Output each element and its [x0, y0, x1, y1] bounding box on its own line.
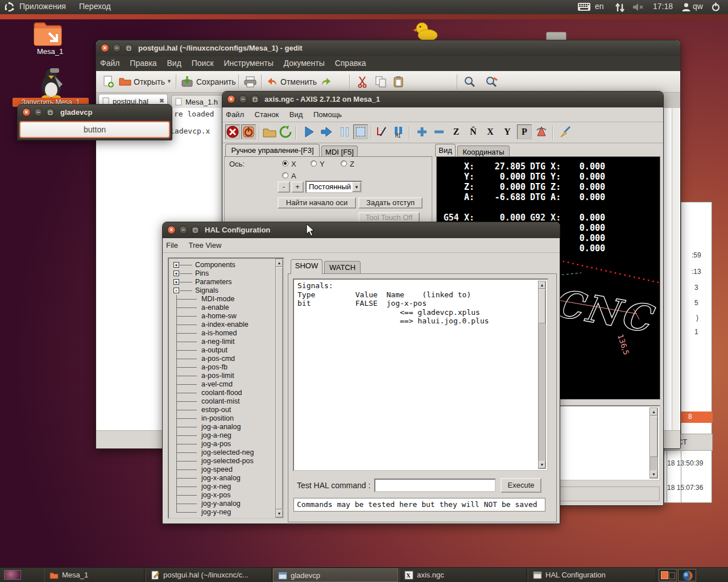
keyboard-indicator-icon[interactable]	[578, 3, 590, 11]
tree-item-label[interactable]: jog-a-analog	[201, 423, 241, 431]
search-icon[interactable]	[464, 76, 476, 88]
run-icon[interactable]	[302, 124, 317, 139]
tree-item-label[interactable]: a-pos-cmd	[201, 355, 235, 363]
workspace-switcher[interactable]	[659, 569, 677, 581]
session-gear-icon[interactable]	[711, 2, 721, 12]
tree-item-label[interactable]: a-neg-limit	[201, 338, 234, 346]
show-scrollbar[interactable]: ▲ ▼	[538, 281, 546, 469]
tree-item[interactable]: coolant-mist	[169, 397, 275, 406]
gedit-titlebar[interactable]: × – ◻ postgui.hal (~/linuxcnc/configs/Me…	[96, 40, 680, 56]
new-document-icon[interactable]	[103, 76, 114, 88]
tree-item[interactable]: jog-selected-pos	[169, 457, 275, 465]
zoom-out-icon[interactable]	[432, 124, 446, 139]
tux-launcher-icon[interactable]	[38, 67, 65, 102]
minimize-icon[interactable]: –	[239, 95, 247, 103]
tree-item[interactable]: jog-selected-neg	[169, 448, 275, 457]
axis-titlebar[interactable]: × – ◻ axis.ngc - AXIS 2.7.12 on Mesa_1	[222, 92, 663, 107]
tree-item-label[interactable]: jog-y-analog	[201, 500, 241, 508]
menu-view[interactable]: Вид	[289, 110, 303, 119]
tree-item[interactable]: jog-y-neg	[169, 508, 275, 517]
tree-item-label[interactable]: a-index-enable	[201, 321, 249, 329]
scroll-up-icon[interactable]: ▲	[650, 408, 657, 415]
expand-toggle-icon[interactable]: +	[173, 262, 179, 268]
tab-preview[interactable]: Вид	[435, 144, 456, 157]
tree-item[interactable]: estop-out	[169, 406, 275, 414]
tree-item[interactable]: jog-a-neg	[169, 431, 275, 440]
menu-tools[interactable]: Инструменты	[224, 59, 273, 68]
network-indicator-icon[interactable]	[614, 2, 626, 12]
maximize-icon[interactable]: ◻	[251, 95, 259, 103]
chevron-down-icon[interactable]: ▼	[352, 182, 361, 192]
show-desktop-button[interactable]	[4, 570, 21, 580]
home-axis-button[interactable]: Найти начало оси	[278, 197, 356, 209]
open-file-icon[interactable]	[262, 124, 277, 139]
view-y-icon[interactable]: Y	[500, 124, 515, 139]
menu-search[interactable]: Поиск	[192, 59, 214, 68]
tree-item-label[interactable]: a-home-sw	[201, 312, 237, 320]
tree-item-label[interactable]: jog-x-neg	[201, 483, 231, 490]
tree-item-label[interactable]: a-is-homed	[201, 329, 237, 337]
tree-item[interactable]: jog-x-pos	[169, 491, 275, 500]
top-panel[interactable]: Приложения Переход en 17:18 qw	[0, 0, 728, 14]
tree-item[interactable]: jog-a-pos	[169, 440, 275, 448]
tree-item[interactable]: + Pins	[169, 269, 275, 278]
save-icon[interactable]	[181, 76, 193, 88]
close-icon[interactable]: ×	[227, 95, 235, 103]
undo-icon[interactable]	[266, 76, 278, 88]
tree-item-label[interactable]: a-enable	[201, 304, 229, 311]
taskbar-item-axis[interactable]: X axis.ngc	[399, 568, 527, 582]
menu-edit[interactable]: Правка	[130, 59, 156, 68]
tree-item[interactable]: a-pos-cmd	[169, 355, 275, 363]
rotate-view-icon[interactable]	[534, 124, 549, 139]
menu-tree-view[interactable]: Tree View	[189, 241, 222, 250]
gedit-menubar[interactable]: Файл Правка Вид Поиск Инструменты Докуме…	[96, 56, 680, 71]
gedit-scrollbar[interactable]	[672, 108, 679, 430]
keyboard-layout-label[interactable]: en	[592, 2, 607, 11]
view-z2-icon[interactable]: N̄	[466, 124, 481, 139]
view-p-icon[interactable]: P	[517, 124, 532, 139]
maximize-icon[interactable]: ◻	[46, 108, 55, 117]
tab-dro[interactable]: Координаты	[457, 146, 510, 157]
paste-icon[interactable]	[393, 76, 404, 88]
view-x-icon[interactable]: X	[483, 124, 498, 139]
tab-label[interactable]: Mesa_1.h	[185, 98, 218, 106]
tree-item-label[interactable]: Parameters	[195, 278, 232, 286]
gedit-toolbar[interactable]: Открыть ▼ Сохранить Отменить	[96, 71, 680, 93]
tree-item-label[interactable]: jog-a-pos	[201, 440, 231, 448]
workspace-thumbnail[interactable]	[669, 572, 675, 579]
firefox-launcher[interactable]	[678, 569, 696, 581]
expand-toggle-icon[interactable]: +	[173, 271, 179, 276]
step-icon[interactable]	[319, 124, 334, 139]
menu-file[interactable]: Файл	[226, 110, 244, 119]
hal-titlebar[interactable]: × – ◻ HAL Configuration	[163, 222, 560, 238]
tree-scrollbar[interactable]: ▲ ▼	[275, 259, 283, 518]
tree-item[interactable]: + Parameters	[169, 278, 275, 286]
view-z-icon[interactable]: Z	[449, 124, 464, 139]
tree-item[interactable]: jog-speed	[169, 465, 275, 474]
axis-toolbar[interactable]: M1 Z N̄ X Y P	[222, 122, 663, 143]
menu-documents[interactable]: Документы	[284, 59, 325, 68]
scroll-down-icon[interactable]: ▼	[650, 471, 657, 478]
clock[interactable]: 17:18	[650, 2, 676, 11]
tree-item-label[interactable]: jog-selected-neg	[201, 448, 254, 456]
tree-item[interactable]: + Components	[169, 261, 275, 269]
tree-item-label[interactable]: Pins	[195, 269, 209, 277]
expand-toggle-icon[interactable]: +	[173, 279, 179, 285]
tree-item-label[interactable]: coolant-mist	[201, 397, 239, 405]
tree-item[interactable]: a-enable	[169, 304, 275, 312]
scroll-up-icon[interactable]: ▲	[539, 281, 545, 289]
ubuntu-logo-icon[interactable]	[4, 2, 15, 13]
expand-toggle-icon[interactable]: -	[173, 288, 179, 293]
volume-muted-icon[interactable]	[632, 3, 644, 11]
tree-item[interactable]: a-index-enable	[169, 321, 275, 329]
radio-label-x[interactable]: X	[291, 160, 296, 168]
menu-file[interactable]: Файл	[100, 59, 119, 68]
bottom-taskbar[interactable]: Mesa_1 postgui.hal (~/linuxcnc/c... glad…	[0, 567, 728, 582]
workspace-thumbnail[interactable]	[661, 571, 668, 579]
tree-item[interactable]: - Signals	[169, 286, 275, 295]
stop-icon[interactable]	[353, 124, 368, 139]
tree-item-label[interactable]: jog-selected-pos	[201, 457, 254, 465]
gladevcp-button[interactable]: button	[19, 121, 170, 138]
menu-machine[interactable]: Станок	[255, 110, 279, 119]
tree-item-label[interactable]: a-vel-cmd	[201, 380, 233, 388]
